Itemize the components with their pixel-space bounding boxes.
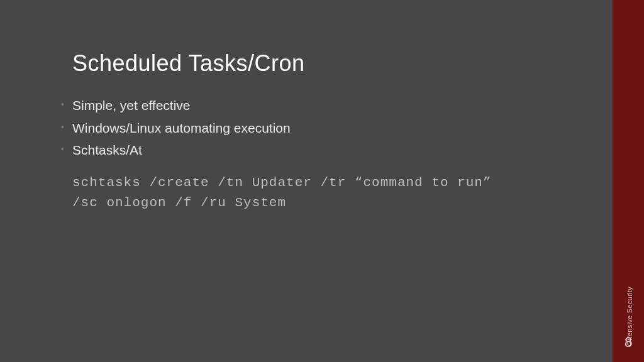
- slide-title: Scheduled Tasks/Cron: [72, 50, 587, 77]
- bullet-item: Simple, yet effective: [72, 94, 587, 117]
- slide-body: Scheduled Tasks/Cron Simple, yet effecti…: [0, 0, 613, 362]
- bullet-item: Schtasks/At: [72, 139, 587, 162]
- sidebar-accent: Offensive Security 8: [613, 0, 644, 362]
- page-number: 8: [613, 334, 644, 351]
- bullet-list: Simple, yet effective Windows/Linux auto…: [72, 94, 587, 162]
- code-example: schtasks /create /tn Updater /tr “comman…: [72, 173, 525, 212]
- bullet-item: Windows/Linux automating execution: [72, 117, 587, 140]
